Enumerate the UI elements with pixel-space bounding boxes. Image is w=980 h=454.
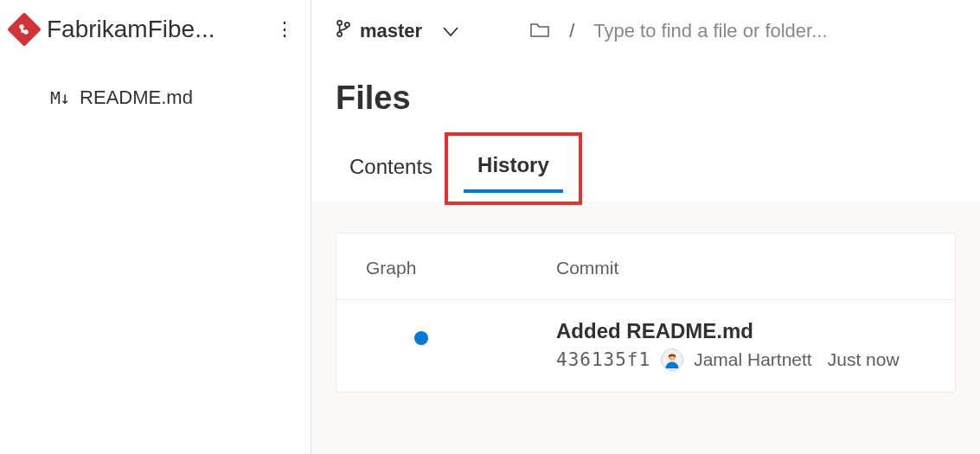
svg-point-2 <box>345 22 349 27</box>
branch-icon <box>336 19 351 43</box>
tabs: Contents History <box>311 124 980 201</box>
history-panel: Graph Commit Added README.md 436135f1 Ja… <box>336 233 956 393</box>
sidebar: FabrikamFibe... ⋮ M↓ README.md <box>0 0 311 454</box>
annotation-highlight: History <box>445 132 582 205</box>
git-repo-icon <box>7 12 42 47</box>
tree-item-label: README.md <box>80 86 193 109</box>
path-separator: / <box>569 20 574 42</box>
commit-hash[interactable]: 436135f1 <box>556 349 650 370</box>
column-header-graph: Graph <box>366 258 556 278</box>
branch-picker[interactable]: master <box>336 19 458 43</box>
markdown-icon: M↓ <box>50 87 69 108</box>
commit-message[interactable]: Added README.md <box>556 319 926 343</box>
toolbar: master / <box>311 0 980 50</box>
commit-cell: Added README.md 436135f1 Jamal Hartnett … <box>556 319 926 371</box>
commit-time: Just now <box>828 349 900 370</box>
commit-author[interactable]: Jamal Hartnett <box>694 349 812 370</box>
tree-item-readme[interactable]: M↓ README.md <box>50 86 298 109</box>
avatar[interactable] <box>661 348 683 371</box>
main: master / Files Contents History Graph Co… <box>311 0 980 454</box>
commit-meta: 436135f1 Jamal Hartnett Just now <box>556 348 926 371</box>
path-search-input[interactable] <box>593 20 956 42</box>
tab-contents[interactable]: Contents <box>336 136 446 201</box>
graph-cell <box>366 319 556 345</box>
more-button[interactable]: ⋮ <box>271 16 298 43</box>
history-header: Graph Commit <box>336 233 955 300</box>
column-header-commit: Commit <box>556 258 926 278</box>
history-row[interactable]: Added README.md 436135f1 Jamal Hartnett … <box>336 300 955 392</box>
tab-history[interactable]: History <box>464 144 563 193</box>
more-vertical-icon: ⋮ <box>275 18 294 41</box>
branch-name: master <box>360 20 422 42</box>
svg-point-1 <box>337 32 342 36</box>
graph-node-icon <box>414 331 428 345</box>
svg-point-4 <box>669 354 676 361</box>
page-title: Files <box>311 50 980 124</box>
repo-name[interactable]: FabrikamFibe... <box>47 16 260 43</box>
chevron-down-icon <box>443 20 458 42</box>
repo-header: FabrikamFibe... ⋮ <box>12 16 298 43</box>
folder-icon <box>529 21 550 42</box>
file-tree: M↓ README.md <box>12 86 298 109</box>
svg-point-0 <box>337 21 342 25</box>
